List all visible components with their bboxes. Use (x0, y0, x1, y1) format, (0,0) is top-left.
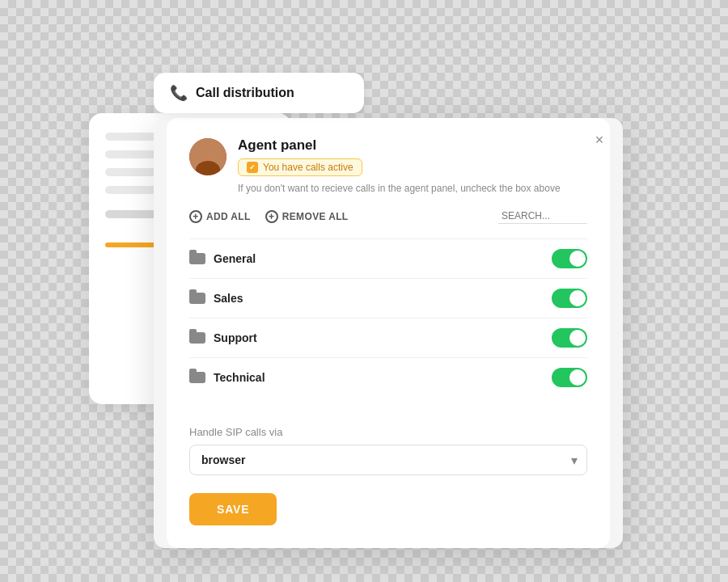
title-bar: 📞 Call distribution (154, 73, 364, 113)
queue-item-left: Support (189, 331, 257, 344)
folder-shape (189, 293, 205, 304)
folder-shape (189, 253, 205, 264)
sip-select[interactable]: browserphonesoftphone (189, 445, 587, 475)
sip-select-wrapper: browserphonesoftphone (189, 445, 587, 475)
sip-section: Handle SIP calls via browserphonesoftpho… (189, 413, 587, 475)
modal-wrapper: 📞 Call distribution × Agent panel (154, 73, 623, 561)
calls-active-label: You have calls active (263, 162, 353, 173)
queue-toggle[interactable] (552, 289, 587, 308)
search-input[interactable] (498, 209, 587, 224)
queue-name: Technical (214, 371, 265, 384)
queue-item-left: Sales (189, 292, 243, 305)
toolbar-row: + ADD ALL + REMOVE ALL (189, 209, 587, 227)
calls-active-badge[interactable]: You have calls active (238, 158, 362, 176)
queue-toggle[interactable] (552, 249, 587, 268)
panel-content: Agent panel You have calls active If you… (167, 118, 610, 548)
remove-all-icon: + (265, 210, 278, 223)
add-all-icon: + (189, 210, 202, 223)
avatar (189, 138, 226, 175)
queue-name: Support (214, 331, 257, 344)
agent-description: If you don't want to recieve calls in th… (238, 183, 587, 194)
sip-label: Handle SIP calls via (189, 426, 587, 438)
queue-toggle[interactable] (552, 368, 587, 387)
remove-all-label: REMOVE ALL (282, 211, 349, 222)
queue-toggle[interactable] (552, 328, 587, 348)
queue-item: Support (189, 318, 587, 358)
main-panel: × Agent panel You have calls active (154, 118, 623, 548)
queue-item: Technical (189, 358, 587, 397)
queue-item-left: Technical (189, 371, 265, 384)
title-bar-label: Call distribution (196, 86, 294, 100)
folder-icon (189, 252, 205, 265)
folder-icon (189, 371, 205, 384)
agent-panel-title: Agent panel (238, 137, 587, 154)
queue-name: General (214, 252, 256, 265)
folder-icon (189, 292, 205, 305)
add-all-label: ADD ALL (206, 211, 251, 222)
toggle-slider (552, 249, 587, 268)
folder-icon (189, 331, 205, 344)
queue-name: Sales (214, 292, 243, 305)
toggle-slider (552, 328, 587, 348)
add-all-button[interactable]: + ADD ALL (189, 210, 251, 223)
queue-list: General Sales Support (189, 238, 587, 397)
remove-all-button[interactable]: + REMOVE ALL (265, 210, 349, 223)
agent-info: Agent panel You have calls active (238, 137, 587, 176)
phone-icon: 📞 (170, 84, 188, 102)
folder-shape (189, 332, 205, 344)
toggle-slider (552, 368, 587, 387)
toggle-slider (552, 289, 587, 308)
queue-item: Sales (189, 279, 587, 318)
save-button[interactable]: SAVE (189, 493, 277, 525)
close-button[interactable]: × (589, 129, 610, 150)
queue-item-left: General (189, 252, 256, 265)
folder-shape (189, 372, 205, 383)
agent-header: Agent panel You have calls active (189, 137, 587, 176)
check-icon (247, 162, 258, 173)
avatar-face (189, 138, 226, 175)
queue-item: General (189, 239, 587, 279)
